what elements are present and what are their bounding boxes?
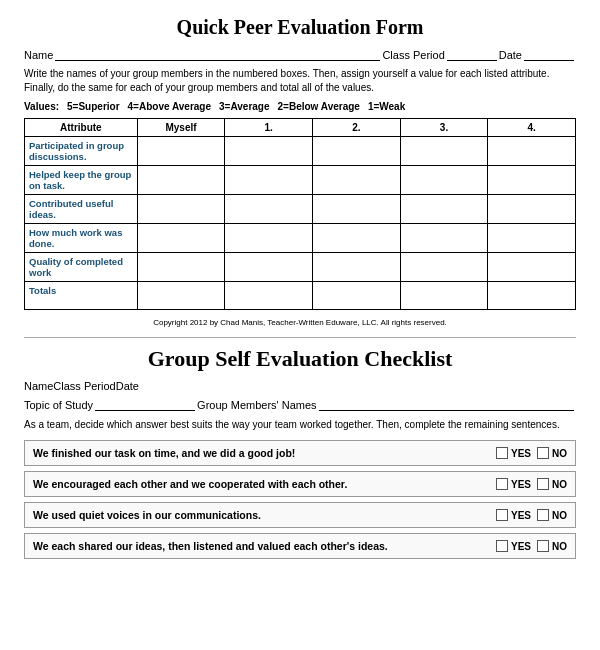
cell-4-total[interactable] [488, 282, 576, 310]
no-checkbox-1[interactable] [537, 447, 549, 459]
cell-3-2[interactable] [400, 166, 488, 195]
yes-option-2[interactable]: YES [496, 478, 531, 490]
group-members-underline[interactable] [319, 397, 574, 411]
cell-2-total[interactable] [313, 282, 401, 310]
yes-checkbox-4[interactable] [496, 540, 508, 552]
name-underline[interactable] [55, 47, 380, 61]
no-option-4[interactable]: NO [537, 540, 567, 552]
yes-option-3[interactable]: YES [496, 509, 531, 521]
name-row: Name Class Period Date [24, 47, 576, 61]
cell-3-1[interactable] [400, 137, 488, 166]
yesno-2: YES NO [496, 478, 567, 490]
yes-label-4: YES [511, 541, 531, 552]
class-period-underline[interactable] [447, 47, 497, 61]
cell-1-2[interactable] [225, 166, 313, 195]
cell-1-3[interactable] [225, 195, 313, 224]
yes-label-2: YES [511, 479, 531, 490]
attr-quality: Quality of completed work [25, 253, 138, 282]
checklist-item-4-text: We each shared our ideas, then listened … [33, 540, 496, 552]
cell-myself-2[interactable] [137, 166, 225, 195]
cell-3-total[interactable] [400, 282, 488, 310]
no-option-1[interactable]: NO [537, 447, 567, 459]
cell-1-4[interactable] [225, 224, 313, 253]
class-period-label: Class Period [382, 49, 444, 61]
checklist-item-3: We used quiet voices in our communicatio… [24, 502, 576, 528]
cell-myself-5[interactable] [137, 253, 225, 282]
yes-option-4[interactable]: YES [496, 540, 531, 552]
yes-checkbox-3[interactable] [496, 509, 508, 521]
checklist-instructions: As a team, decide which answer best suit… [24, 418, 576, 432]
no-checkbox-4[interactable] [537, 540, 549, 552]
col-3: 3. [400, 119, 488, 137]
cell-1-1[interactable] [225, 137, 313, 166]
col-2: 2. [313, 119, 401, 137]
checklist-class-label: Class Period [53, 380, 115, 392]
cell-3-5[interactable] [400, 253, 488, 282]
cell-2-3[interactable] [313, 195, 401, 224]
topic-row: Topic of Study Group Members' Names [24, 397, 576, 411]
attr-on-task: Helped keep the group on task. [25, 166, 138, 195]
attr-useful-ideas: Contributed useful ideas. [25, 195, 138, 224]
no-checkbox-2[interactable] [537, 478, 549, 490]
no-label-2: NO [552, 479, 567, 490]
cell-2-4[interactable] [313, 224, 401, 253]
no-option-3[interactable]: NO [537, 509, 567, 521]
col-4: 4. [488, 119, 576, 137]
cell-myself-1[interactable] [137, 137, 225, 166]
cell-4-5[interactable] [488, 253, 576, 282]
no-option-2[interactable]: NO [537, 478, 567, 490]
col-myself: Myself [137, 119, 225, 137]
cell-4-3[interactable] [488, 195, 576, 224]
copyright-text: Copyright 2012 by Chad Manis, Teacher-Wr… [24, 318, 576, 327]
group-checklist-section: Group Self Evaluation Checklist Name Cla… [24, 346, 576, 559]
cell-2-2[interactable] [313, 166, 401, 195]
table-row: How much work was done. [25, 224, 576, 253]
cell-myself-total[interactable] [137, 282, 225, 310]
cell-3-3[interactable] [400, 195, 488, 224]
values-label: Values: [24, 101, 59, 112]
cell-1-5[interactable] [225, 253, 313, 282]
checklist-item-1-text: We finished our task on time, and we did… [33, 447, 496, 459]
attr-totals: Totals [25, 282, 138, 310]
name-label: Name [24, 49, 53, 61]
section-divider [24, 337, 576, 338]
no-label-1: NO [552, 448, 567, 459]
values-row: Values: 5=Superior 4=Above Average 3=Ave… [24, 101, 576, 112]
no-label-3: NO [552, 510, 567, 521]
val-1: 5=Superior [67, 101, 120, 112]
yes-checkbox-1[interactable] [496, 447, 508, 459]
val-2: 4=Above Average [128, 101, 211, 112]
cell-2-5[interactable] [313, 253, 401, 282]
yes-label-3: YES [511, 510, 531, 521]
attr-work-done: How much work was done. [25, 224, 138, 253]
yesno-4: YES NO [496, 540, 567, 552]
evaluation-table: Attribute Myself 1. 2. 3. 4. Participate… [24, 118, 576, 310]
yes-label-1: YES [511, 448, 531, 459]
checklist-item-2-text: We encouraged each other and we cooperat… [33, 478, 496, 490]
cell-myself-4[interactable] [137, 224, 225, 253]
peer-eval-instructions: Write the names of your group members in… [24, 67, 576, 95]
yesno-3: YES NO [496, 509, 567, 521]
cell-4-4[interactable] [488, 224, 576, 253]
val-5: 1=Weak [368, 101, 405, 112]
checklist-item-4: We each shared our ideas, then listened … [24, 533, 576, 559]
col-1: 1. [225, 119, 313, 137]
checklist-item-2: We encouraged each other and we cooperat… [24, 471, 576, 497]
group-members-label: Group Members' Names [197, 399, 316, 411]
cell-4-2[interactable] [488, 166, 576, 195]
topic-underline[interactable] [95, 397, 195, 411]
cell-2-1[interactable] [313, 137, 401, 166]
val-3: 3=Average [219, 101, 270, 112]
yes-option-1[interactable]: YES [496, 447, 531, 459]
cell-myself-3[interactable] [137, 195, 225, 224]
no-checkbox-3[interactable] [537, 509, 549, 521]
date-underline[interactable] [524, 47, 574, 61]
checklist-date-label: Date [116, 380, 139, 392]
yes-checkbox-2[interactable] [496, 478, 508, 490]
peer-eval-title: Quick Peer Evaluation Form [24, 16, 576, 39]
checklist-item-1: We finished our task on time, and we did… [24, 440, 576, 466]
cell-3-4[interactable] [400, 224, 488, 253]
cell-1-total[interactable] [225, 282, 313, 310]
no-label-4: NO [552, 541, 567, 552]
cell-4-1[interactable] [488, 137, 576, 166]
